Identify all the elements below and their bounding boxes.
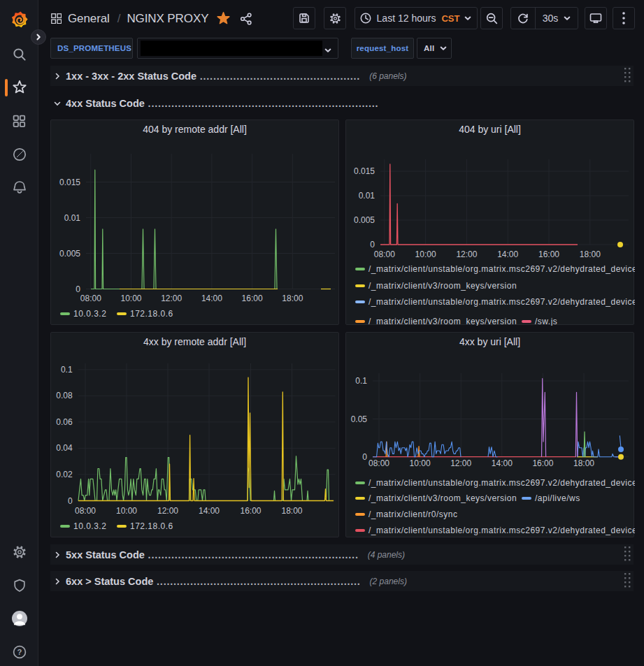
svg-text:0.04: 0.04 [56,443,73,453]
svg-text:18:00: 18:00 [580,249,601,259]
svg-text:0: 0 [68,496,73,506]
svg-text:16:00: 16:00 [532,458,553,468]
svg-text:10:00: 10:00 [120,294,141,303]
svg-text:?: ? [17,648,22,656]
svg-text:16:00: 16:00 [240,506,261,516]
svg-text:/_matrix/client/v3/room_keys/v: /_matrix/client/v3/room_keys/version [368,281,517,291]
svg-text:0: 0 [76,284,80,294]
svg-text:10.0.3.2: 10.0.3.2 [73,521,106,531]
svg-text:18:00: 18:00 [281,506,302,516]
svg-text:0.1: 0.1 [61,365,73,375]
svg-text:10:00: 10:00 [410,458,431,468]
svg-text:172.18.0.6: 172.18.0.6 [130,309,173,319]
svg-text:0.01: 0.01 [359,191,375,201]
svg-text:0.005: 0.005 [59,249,80,259]
svg-text:/_matrix/client/unstable/org.m: /_matrix/client/unstable/org.matrix.msc2… [368,264,635,274]
svg-text:0.05: 0.05 [351,414,368,424]
svg-text:14:00: 14:00 [497,249,518,259]
svg-text:172.18.0.6: 172.18.0.6 [130,521,173,531]
svg-text:16:00: 16:00 [242,294,263,303]
svg-text:0.08: 0.08 [56,391,73,400]
svg-text:10:00: 10:00 [415,249,436,259]
svg-text:0.02: 0.02 [56,470,73,479]
svg-text:14:00: 14:00 [492,458,513,468]
svg-text:12:00: 12:00 [450,458,471,468]
svg-text:0.015: 0.015 [59,178,80,187]
svg-text:0.005: 0.005 [354,215,375,225]
svg-text:/_matrix/client/unstable/org.m: /_matrix/client/unstable/org.matrix.msc2… [368,478,635,488]
svg-text:14:00: 14:00 [201,294,222,303]
svg-text:10.0.3.2: 10.0.3.2 [73,309,106,319]
svg-text:/sw.js: /sw.js [535,317,557,326]
svg-text:16:00: 16:00 [538,249,559,259]
svg-text:0.06: 0.06 [56,417,73,427]
svg-text:/api/live/ws: /api/live/ws [535,493,580,503]
svg-text:12:00: 12:00 [161,294,182,303]
svg-text:12:00: 12:00 [157,506,178,516]
svg-text:/_matrix/client/unstable/org.m: /_matrix/client/unstable/org.matrix.msc2… [368,297,635,307]
svg-text:0.1: 0.1 [355,376,367,386]
svg-text:0: 0 [362,452,367,462]
svg-text:08:00: 08:00 [80,294,101,303]
svg-text:/_matrix/client/v3/room_keys/v: /_matrix/client/v3/room_keys/version [368,317,517,326]
svg-text:/_matrix/client/v3/room_keys/v: /_matrix/client/v3/room_keys/version [368,493,517,503]
svg-text:/_matrix/client/r0/sync: /_matrix/client/r0/sync [368,509,458,519]
svg-text:18:00: 18:00 [282,294,303,303]
svg-text:0.015: 0.015 [354,166,375,176]
svg-text:18:00: 18:00 [573,458,594,468]
svg-text:08:00: 08:00 [374,249,395,259]
svg-text:14:00: 14:00 [199,506,220,516]
svg-text:08:00: 08:00 [368,458,389,468]
svg-text:08:00: 08:00 [75,506,96,516]
svg-text:0.01: 0.01 [64,213,81,223]
svg-text:/_matrix/client/unstable/org.m: /_matrix/client/unstable/org.matrix.msc2… [368,526,635,535]
svg-text:10:00: 10:00 [116,506,137,516]
svg-text:0: 0 [370,240,375,249]
svg-text:12:00: 12:00 [456,249,477,259]
